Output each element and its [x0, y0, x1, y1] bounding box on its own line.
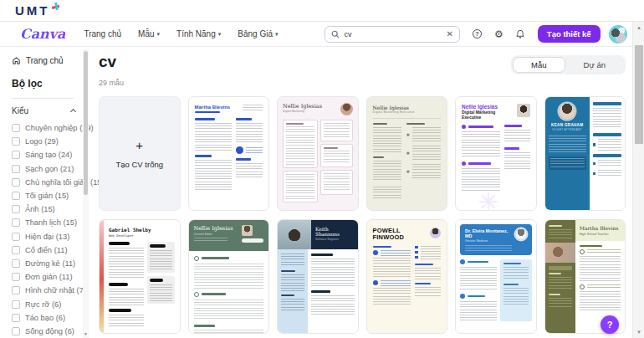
sidebar: Trang chủ Bộ lọc Kiểu Chuyên nghiệp (29)…	[0, 48, 89, 338]
filter-hien-dai[interactable]: Hiện đại (13)	[12, 230, 89, 243]
filter-hinh-chu-nhat[interactable]: Hình chữ nhật (7)	[12, 284, 89, 297]
create-design-button[interactable]: Tạo thiết kế	[538, 25, 601, 43]
checkbox[interactable]	[12, 327, 20, 335]
scroll-up-arrow[interactable]: ▲	[633, 25, 644, 30]
checkbox[interactable]	[12, 178, 20, 187]
filter-group-kieu[interactable]: Kiểu	[0, 99, 89, 121]
template-grid-row2: Gabriel Shelby Web Developer Nellie Igle…	[99, 219, 626, 334]
cv-preview-sidebar	[545, 220, 575, 333]
checkbox[interactable]	[12, 286, 20, 294]
tab-projects[interactable]: Dự án	[565, 57, 624, 73]
plus-icon: +	[135, 138, 143, 152]
sidebar-scrollbar[interactable]: ▼	[83, 49, 89, 338]
chevron-down-icon: ▾	[275, 31, 279, 38]
template-card-nellie-iglesias-cream[interactable]: Nellie Iglesias Digital Marketing Execut…	[366, 96, 448, 211]
checkbox[interactable]	[12, 165, 20, 173]
scroll-down-arrow[interactable]: ▼	[83, 331, 89, 336]
profile-photo	[430, 228, 441, 238]
cv-preview-header: Nellie IglesiasDigital Marketing Executi…	[462, 104, 530, 120]
cv-preview-header: Nellie IglesiasDigital Marketing	[283, 103, 353, 115]
cv-preview-sidebar: KEAN GRAHAM FLIGHT ATTENDANT	[545, 97, 590, 210]
cv-preview-lines	[189, 251, 269, 334]
app-body: Trang chủ Bộ lọc Kiểu Chuyên nghiệp (29)…	[0, 48, 632, 338]
filter-don-gian[interactable]: Đơn giản (11)	[12, 270, 89, 284]
filter-duong-ke[interactable]: Đường kẻ (11)	[12, 257, 89, 270]
search-bar[interactable]: ✕	[325, 26, 459, 43]
help-icon[interactable]: ?	[472, 28, 483, 39]
filter-ruc-ro[interactable]: Rực rỡ (6)	[12, 297, 89, 310]
gear-icon[interactable]: ⚙	[493, 28, 504, 39]
filter-co-dien[interactable]: Cổ điển (11)	[12, 243, 89, 257]
profile-photo	[515, 228, 527, 240]
checkbox[interactable]	[12, 218, 20, 227]
sidebar-item-home[interactable]: Trang chủ	[0, 51, 89, 70]
cv-preview-lines	[283, 120, 353, 205]
search-icon	[331, 30, 340, 38]
filter-heading: Bộ lọc	[0, 70, 89, 98]
profile-photo	[517, 104, 530, 117]
filter-sach-gon[interactable]: Sạch gọn (21)	[12, 162, 89, 176]
cv-preview-header: Dr. Elvira Montanez, MDGeriatric Medicin…	[460, 224, 532, 255]
filter-song-dong[interactable]: Sống động (6)	[12, 325, 89, 338]
chevron-up-icon	[70, 109, 76, 115]
profile-photo	[278, 220, 311, 249]
filter-sang-tao[interactable]: Sáng tạo (24)	[12, 148, 89, 161]
checkbox[interactable]	[12, 259, 20, 268]
checkbox[interactable]	[12, 192, 20, 200]
result-count: 29 mẫu	[99, 79, 124, 87]
filter-list: Chuyên nghiệp (29) Logo (29) Sáng tạo (2…	[0, 121, 89, 338]
template-card-nellie-iglesias-pink[interactable]: Nellie IglesiasDigital Marketing	[277, 96, 359, 211]
template-card-kean-graham[interactable]: KEAN GRAHAM FLIGHT ATTENDANT	[544, 96, 626, 211]
nav-item-bang-gia[interactable]: Bảng Giá▾	[238, 29, 278, 38]
filter-anh[interactable]: Ảnh (15)	[12, 202, 89, 216]
filter-logo[interactable]: Logo (29)	[12, 135, 89, 148]
create-blank-cv-card[interactable]: + Tạo CV trống	[99, 96, 181, 211]
checkbox[interactable]	[12, 314, 20, 322]
template-card-keith-shannons[interactable]: Keith ShannonsSoftware Engineer	[277, 219, 359, 334]
page-scrollbar[interactable]: ▲ ▼	[632, 22, 644, 338]
nav-item-trang-chu[interactable]: Trang chủ	[84, 29, 121, 38]
template-card-gabriel-shelby[interactable]: Gabriel Shelby Web Developer	[99, 219, 181, 334]
checkbox[interactable]	[12, 205, 20, 213]
profile-photo	[340, 103, 353, 115]
cv-preview-lines	[460, 259, 532, 321]
checkbox[interactable]	[12, 151, 20, 159]
tab-templates[interactable]: Mẫu	[513, 57, 565, 73]
checkbox[interactable]	[12, 246, 20, 254]
sidebar-scrollbar-thumb[interactable]	[84, 51, 88, 195]
cv-preview-header: Martha Blevins High School Teacher	[575, 220, 625, 241]
filter-chu-nghia-toi-gian[interactable]: Chủ nghĩa tối giản (15)	[12, 176, 89, 189]
template-card-martha-blevins-blue[interactable]: Martha Blevins	[188, 96, 270, 211]
filter-chuyen-nghiep[interactable]: Chuyên nghiệp (29)	[12, 121, 89, 135]
checkbox[interactable]	[12, 233, 20, 241]
search-input[interactable]	[344, 30, 442, 38]
view-toggle: Mẫu Dự án	[511, 55, 626, 74]
cv-preview-header: Martha Blevins	[195, 105, 263, 113]
page-scrollbar-thumb[interactable]	[635, 45, 643, 144]
nav-item-tinh-nang[interactable]: Tính Năng▾	[176, 29, 221, 38]
template-card-powell-finwood[interactable]: POWELL FINWOOD	[366, 219, 448, 334]
avatar[interactable]	[609, 25, 627, 44]
checkbox[interactable]	[12, 300, 20, 309]
filter-tao-bao[interactable]: Táo bạo (6)	[12, 311, 89, 325]
nav-menu: Trang chủ Mẫu▾ Tính Năng▾ Bảng Giá▾	[84, 29, 278, 38]
nav-item-mau[interactable]: Mẫu▾	[138, 29, 160, 38]
checkbox[interactable]	[12, 273, 20, 281]
scroll-down-arrow[interactable]: ▼	[633, 330, 644, 335]
filter-toi-gian[interactable]: Tối giản (15)	[12, 189, 89, 202]
template-card-nellie-iglesias-green[interactable]: Nellie IglesiasContent Editor	[188, 219, 270, 334]
navbar-icons: ? ⚙	[472, 28, 526, 39]
umt-logo: UMT	[15, 3, 50, 18]
help-button[interactable]: ?	[601, 315, 619, 334]
clear-search-icon[interactable]: ✕	[446, 30, 452, 38]
filter-thanh-lich[interactable]: Thanh lịch (15)	[12, 216, 89, 229]
cv-preview-lines	[195, 118, 263, 192]
checkbox[interactable]	[12, 124, 20, 132]
bell-icon[interactable]	[515, 28, 526, 39]
cv-preview-header: Keith ShannonsSoftware Engineer	[278, 220, 358, 249]
template-card-nellie-iglesias-purple[interactable]: ✳ Nellie IglesiasDigital Marketing Execu…	[455, 96, 537, 211]
cv-preview-lines: ✱✱✱	[373, 123, 442, 200]
checkbox[interactable]	[12, 137, 20, 146]
template-card-elvira-montanez[interactable]: Dr. Elvira Montanez, MDGeriatric Medicin…	[455, 219, 537, 334]
canva-logo[interactable]: Canva	[20, 26, 65, 42]
